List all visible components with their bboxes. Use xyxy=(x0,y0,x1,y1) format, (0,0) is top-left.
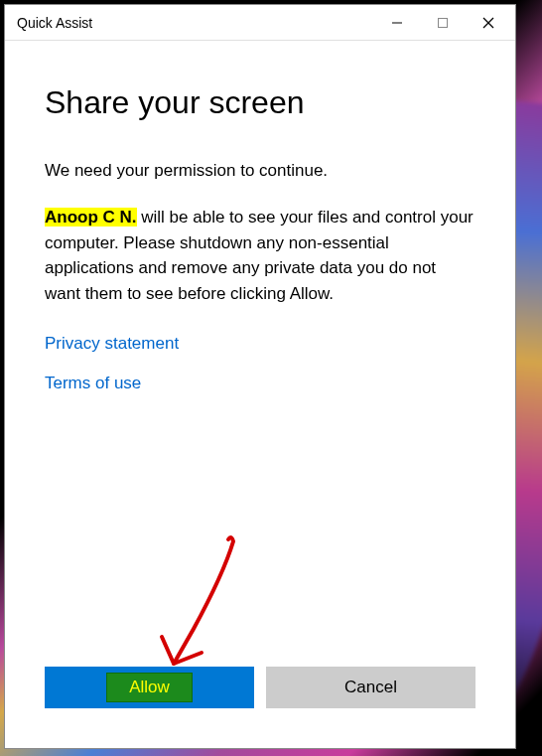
maximize-button[interactable] xyxy=(420,7,466,39)
minimize-icon xyxy=(391,17,403,29)
privacy-statement-link[interactable]: Privacy statement xyxy=(45,334,475,354)
terms-of-use-link[interactable]: Terms of use xyxy=(45,374,475,393)
annotation-arrow-icon xyxy=(134,529,273,688)
cancel-button[interactable]: Cancel xyxy=(266,667,475,708)
svg-rect-1 xyxy=(439,18,448,27)
content-area: Share your screen We need your permissio… xyxy=(5,41,515,748)
close-icon xyxy=(482,17,494,29)
window-title: Quick Assist xyxy=(17,15,374,31)
allow-button-label: Allow xyxy=(106,673,193,702)
quick-assist-window: Quick Assist Share your screen We need y… xyxy=(4,4,516,749)
allow-button[interactable]: Allow xyxy=(45,667,254,708)
page-title: Share your screen xyxy=(45,84,475,121)
helper-name-highlight: Anoop C N. xyxy=(45,208,137,227)
permission-subheading: We need your permission to continue. xyxy=(45,161,475,181)
permission-body: Anoop C N. will be able to see your file… xyxy=(45,205,475,306)
button-row: Allow Cancel xyxy=(45,667,475,728)
titlebar: Quick Assist xyxy=(5,5,515,41)
window-controls xyxy=(374,7,511,39)
close-button[interactable] xyxy=(466,7,511,39)
maximize-icon xyxy=(437,17,449,29)
minimize-button[interactable] xyxy=(374,7,420,39)
